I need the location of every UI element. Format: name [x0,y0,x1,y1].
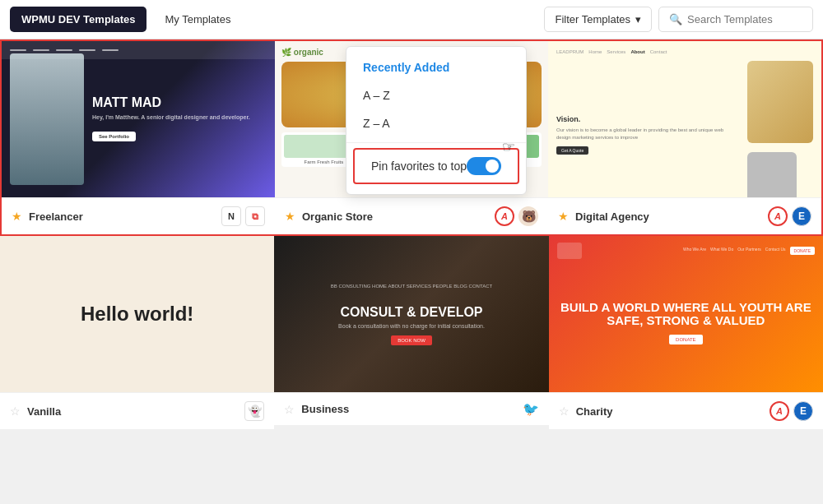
dropdown-divider [346,142,526,143]
vanilla-badges: 👻 [244,401,264,421]
agency-subtitle: Our vision is to become a global leader … [556,127,739,141]
sort-dropdown: Recently Added A – Z Z – A Pin favorites… [346,46,527,195]
business-name: Business [301,403,515,415]
business-nav: BB CONSULTING HOME ABOUT SERVICES PEOPLE… [331,284,492,289]
organic-info-row: ★ Organic Store A 🐻 [275,197,548,234]
agency-logo-text: LEADPRUM [556,49,584,54]
my-templates-button[interactable]: My Templates [153,7,242,32]
badge-notion: N [221,206,241,226]
badge-avada-2: A [768,206,788,226]
nav-dot-2 [33,49,49,51]
business-badges: 🐦 [523,401,539,417]
charity-nav-contact: Contact Us [765,247,786,255]
sort-recently-added[interactable]: Recently Added [346,53,526,81]
agency-badges: A E [768,206,811,226]
business-preview[interactable]: BB CONSULTING HOME ABOUT SERVICES PEOPLE… [274,236,548,392]
business-subtitle: Book a consultation with no charge for i… [331,323,492,329]
agency-info-row: ★ Digital Agency A E [548,197,821,234]
agency-nav-about: About [630,49,644,54]
charity-nav-who: Who We Are [683,247,706,255]
agency-nav-home: Home [588,49,602,54]
charity-star-icon[interactable]: ☆ [559,405,570,418]
sort-a-to-z[interactable]: A – Z [346,81,526,109]
charity-content: BUILD A WORLD WHERE ALL YOUTH ARE SAFE, … [549,293,823,353]
freelancer-text-block: MATT MAD Hey, I'm Matthew. A senior digi… [84,87,275,150]
badge-elementor: E [792,206,811,226]
vanilla-name: Vanilla [27,405,238,418]
business-star-icon[interactable]: ☆ [284,403,295,416]
agency-text: Vision. Our vision is to become a global… [556,115,739,155]
freelancer-cta-button: See Portfolio [92,132,136,141]
filter-templates-button[interactable]: Filter Templates ▾ [544,7,652,32]
agency-nav-contact: Contact [650,49,667,54]
charity-nav-partners: Our Partners [737,247,761,255]
filter-label: Filter Templates [555,13,630,25]
freelancer-hero-subtitle: Hey, I'm Matthew. A senior digital desig… [92,113,267,122]
charity-cta: DONATE [669,335,703,344]
business-cta: BOOK NOW [391,335,432,345]
pin-favorites-toggle-row[interactable]: Pin favorites to top [353,148,519,184]
nav-dot-3 [56,49,72,51]
search-icon: 🔍 [669,13,682,25]
pin-favorites-toggle[interactable] [467,157,501,175]
charity-name: Charity [576,405,763,418]
business-info-row: ☆ Business 🐦 [274,392,548,425]
agency-image-1 [747,61,813,143]
badge-hummingbird: 🐦 [523,401,539,417]
freelancer-hero-title: MATT MAD [92,95,267,110]
vanilla-info-row: ☆ Vanilla 👻 [0,392,274,429]
freelancer-nav [2,41,275,59]
agency-content: Vision. Our vision is to become a global… [556,61,813,197]
pin-favorites-label: Pin favorites to top [371,160,467,173]
template-card-business: BB CONSULTING HOME ABOUT SERVICES PEOPLE… [274,236,548,429]
chevron-down-icon: ▾ [635,13,641,25]
freelancer-info-row: ★ Freelancer N ⧉ [2,197,275,234]
agency-image-2 [747,152,797,197]
sort-z-to-a[interactable]: Z – A [346,109,526,137]
wpmu-dev-templates-button[interactable]: WPMU DEV Templates [10,7,146,32]
charity-preview[interactable]: Who We Are What We Do Our Partners Conta… [549,236,823,392]
charity-nav-what: What We Do [710,247,733,255]
charity-nav: Who We Are What We Do Our Partners Conta… [549,243,823,259]
template-card-vanilla: Hello world! ☆ Vanilla 👻 [0,236,274,429]
badge-ghost: 👻 [244,401,264,421]
agency-nav: LEADPRUM Home Services About Contact [556,49,813,54]
app-header: WPMU DEV Templates My Templates Filter T… [0,0,823,39]
search-input[interactable] [687,13,802,25]
organic-badges: A 🐻 [495,206,538,226]
agency-preview[interactable]: LEADPRUM Home Services About Contact Vis… [548,41,821,197]
template-row-2: Hello world! ☆ Vanilla 👻 BB CONSULTING H… [0,236,823,429]
organic-logo: 🌿 organic [281,48,323,57]
nav-dot-5 [102,49,119,51]
agency-cta: Get A Quote [556,146,588,155]
search-box[interactable]: 🔍 [658,7,813,32]
nav-dot-4 [79,49,95,51]
organic-star-icon[interactable]: ★ [285,210,295,223]
charity-logo-image [557,243,582,259]
template-card-agency: LEADPRUM Home Services About Contact Vis… [548,41,821,234]
freelancer-person-image [10,53,84,185]
badge-layers: ⧉ [245,206,265,226]
freelancer-preview[interactable]: MATT MAD Hey, I'm Matthew. A senior digi… [2,41,275,197]
vanilla-title: Hello world! [81,303,193,326]
charity-info-row: ☆ Charity A E [549,392,823,429]
agency-name: Digital Agency [575,210,761,223]
badge-elementor-2: E [793,401,813,421]
agency-star-icon[interactable]: ★ [558,210,569,223]
business-title: Consult & Develop [331,305,492,320]
template-card-charity: Who We Are What We Do Our Partners Conta… [549,236,823,429]
badge-avada-3: A [770,401,789,421]
charity-nav-links: Who We Are What We Do Our Partners Conta… [683,247,815,255]
business-content: BB CONSULTING HOME ABOUT SERVICES PEOPLE… [331,284,492,345]
nav-dot-1 [10,49,26,51]
freelancer-name: Freelancer [29,210,215,223]
vanilla-preview[interactable]: Hello world! [0,236,274,392]
freelancer-badges: N ⧉ [221,206,265,226]
organic-name: Organic Store [302,210,488,223]
vanilla-star-icon[interactable]: ☆ [10,405,21,418]
badge-bear: 🐻 [518,206,538,226]
freelancer-star-icon[interactable]: ★ [12,210,22,223]
template-card-freelancer: MATT MAD Hey, I'm Matthew. A senior digi… [2,41,275,234]
charity-title: BUILD A WORLD WHERE ALL YOUTH ARE SAFE, … [557,301,815,328]
badge-avada: A [495,206,514,226]
